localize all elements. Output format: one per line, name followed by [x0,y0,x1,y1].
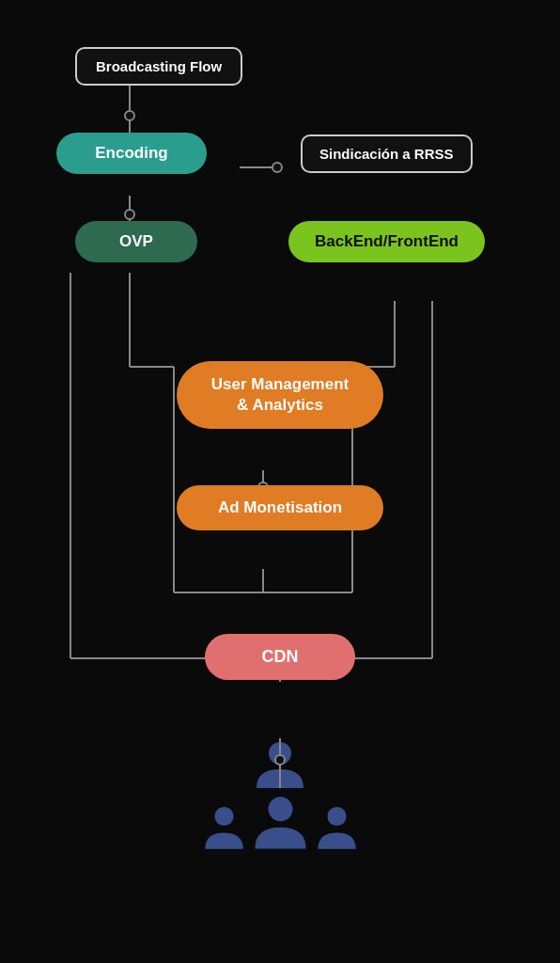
encoding-text: Encoding [95,144,167,163]
broadcasting-flow-label: Broadcasting Flow [75,47,242,86]
multi-user-icons [198,793,363,854]
user-icon-center [250,793,311,854]
user-icon-group [198,736,363,854]
cdn-text: CDN [262,647,299,667]
encoding-node: Encoding [56,133,207,174]
broadcasting-flow-node: Broadcasting Flow [75,47,242,86]
sindicacion-text: Sindicación a RRSS [319,146,454,162]
single-user-icon [252,736,308,793]
svg-point-1 [125,111,134,120]
backend-text: BackEnd/FrontEnd [315,232,459,251]
ovp-node: OVP [75,221,197,262]
cdn-node: CDN [205,634,355,680]
ad-monetisation-text: Ad Monetisation [218,498,342,517]
diagram-container: Broadcasting Flow Encoding Sindicación a… [0,0,560,963]
ovp-text: OVP [119,232,153,251]
svg-point-32 [214,807,233,826]
user-management-node: User Management & Analytics [177,361,383,429]
svg-point-6 [125,210,134,219]
svg-point-31 [269,742,291,765]
sindicacion-node: Sindicación a RRSS [301,134,473,173]
user-management-text: User Management & Analytics [211,374,349,416]
svg-point-34 [327,807,346,826]
backend-node: BackEnd/FrontEnd [288,221,485,262]
user-icon-left [198,799,250,854]
broadcasting-flow-text: Broadcasting Flow [96,58,222,74]
ad-monetisation-node: Ad Monetisation [177,485,383,530]
svg-point-33 [268,797,292,822]
user-icon-right [311,799,363,854]
